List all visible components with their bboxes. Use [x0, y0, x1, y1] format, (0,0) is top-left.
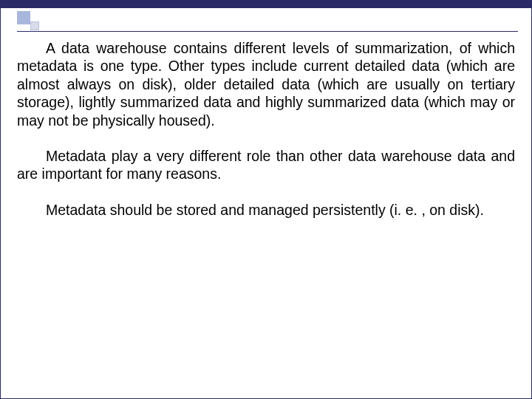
slide-body: A data warehouse contains different leve… — [17, 39, 515, 236]
paragraph-3: Metadata should be stored and managed pe… — [17, 201, 515, 219]
paragraph-1: A data warehouse contains different leve… — [17, 39, 515, 129]
bullet-square-large-icon — [17, 11, 30, 24]
horizontal-rule — [17, 31, 518, 32]
bullet-square-small-icon — [30, 21, 39, 30]
top-accent-bar — [1, 1, 531, 8]
slide-frame: A data warehouse contains different leve… — [0, 0, 532, 399]
paragraph-2: Metadata play a very different role than… — [17, 147, 515, 183]
